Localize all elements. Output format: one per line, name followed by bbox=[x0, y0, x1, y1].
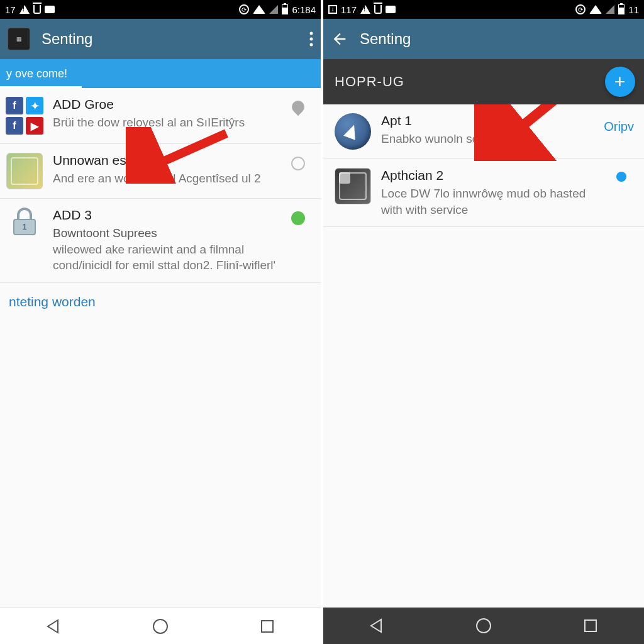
status-time: 11 bbox=[628, 4, 639, 15]
status-bar: 17 ⟳ 6:184 bbox=[0, 0, 321, 19]
row-subtitle: And ere an workohe fol Acgentîsed ul 2 bbox=[53, 170, 277, 187]
svg-rect-12 bbox=[585, 620, 596, 631]
app-list: Apt 1 Enabko wunoln sources Oripv Apthci… bbox=[323, 104, 644, 608]
toggle-on-icon[interactable] bbox=[291, 211, 305, 225]
facebook-icon: f bbox=[6, 97, 23, 114]
svg-point-1 bbox=[310, 38, 313, 41]
row-title: Apthcian 2 bbox=[381, 168, 600, 183]
wifi-icon bbox=[589, 5, 602, 14]
pin-icon bbox=[289, 98, 307, 116]
row-marker bbox=[286, 97, 311, 135]
signal-icon bbox=[269, 5, 278, 14]
plus-icon: + bbox=[614, 71, 626, 92]
action-bar: ▦ Senting bbox=[0, 19, 321, 59]
svg-point-11 bbox=[477, 619, 491, 633]
action-bar: Senting bbox=[323, 19, 644, 59]
back-arrow-icon[interactable] bbox=[331, 30, 348, 48]
nav-recent-button[interactable] bbox=[257, 616, 278, 637]
setting-row-add-groe[interactable]: f ✦ f ▶ ADD Groe Brüі the dow reloyesl a… bbox=[0, 88, 321, 144]
row-subtitle: Enabko wunoln sources bbox=[381, 131, 595, 147]
svg-marker-10 bbox=[371, 619, 381, 632]
tab-ribbon[interactable]: y ovе come! bbox=[0, 59, 321, 88]
app-thumbnail-icon bbox=[6, 153, 43, 189]
row-title: Apt 1 bbox=[381, 113, 595, 128]
nav-back-button[interactable] bbox=[366, 615, 387, 636]
compass-icon bbox=[335, 113, 371, 150]
app-row-apt-1[interactable]: Apt 1 Enabko wunoln sources Oripv bbox=[323, 104, 644, 159]
status-left-number: 117 bbox=[341, 4, 357, 15]
nav-recent-button[interactable] bbox=[580, 615, 601, 636]
status-dot-icon bbox=[616, 172, 626, 182]
youtube-icon: ▶ bbox=[26, 117, 43, 135]
warning-icon bbox=[360, 5, 370, 14]
beaker-icon bbox=[33, 5, 41, 14]
phone-left: 17 ⟳ 6:184 ▦ Senting y ovе come! bbox=[0, 0, 321, 644]
row-title: ADD Groe bbox=[53, 97, 277, 112]
chat-icon bbox=[45, 6, 55, 13]
link-text: nteting worden bbox=[9, 294, 96, 309]
row-title: Unnowan esto bbox=[53, 153, 277, 168]
signal-icon bbox=[606, 5, 614, 14]
chat-icon bbox=[386, 6, 396, 13]
row-subtitle: Bowntoont Suprees bbox=[53, 225, 277, 242]
lock-icon: 1 bbox=[11, 208, 38, 235]
page-title: Senting bbox=[360, 30, 411, 48]
setting-row-unknown-sources[interactable]: Unnowan esto And ere an workohe fol Acge… bbox=[0, 144, 321, 199]
nav-bar bbox=[323, 608, 644, 644]
row-subtitle: Brüі the dow reloyesl al an SıIEritŷrs bbox=[53, 114, 277, 131]
row-subtitle: Loce DW 7lo innwrôwę mud ob hasted with … bbox=[381, 186, 600, 218]
nav-bar bbox=[0, 608, 321, 644]
phone-right: ↓ 117 ⟳ 11 Senting HOPR-UG + bbox=[321, 0, 644, 644]
svg-marker-5 bbox=[48, 620, 58, 633]
settings-list: f ✦ f ▶ ADD Groe Brüі the dow reloyesl a… bbox=[0, 88, 321, 608]
facebook-icon: f bbox=[6, 117, 23, 135]
setting-row-add-3[interactable]: 1 ADD 3 Bowntoont Suprees wileowed ake r… bbox=[0, 199, 321, 283]
social-icons-cluster: f ✦ f ▶ bbox=[5, 97, 44, 135]
status-time: 6:184 bbox=[292, 4, 316, 15]
status-bar: ↓ 117 ⟳ 11 bbox=[323, 0, 644, 19]
section-header: HOPR-UG + bbox=[323, 59, 644, 104]
svg-rect-7 bbox=[262, 621, 273, 632]
nav-home-button[interactable] bbox=[150, 616, 171, 637]
app-thumbnail-icon bbox=[335, 168, 371, 204]
nav-back-button[interactable] bbox=[43, 616, 64, 637]
svg-point-2 bbox=[310, 43, 313, 47]
warning-icon bbox=[19, 5, 30, 14]
fab-add-button[interactable]: + bbox=[605, 67, 635, 97]
app-row-apthcian-2[interactable]: Apthcian 2 Loce DW 7lo innwrôwę mud ob h… bbox=[323, 159, 644, 227]
svg-point-0 bbox=[310, 32, 313, 35]
battery-icon bbox=[618, 4, 625, 14]
row-description: wileowed ake rarіewint and a filmnal con… bbox=[53, 242, 277, 274]
status-left-number: 17 bbox=[5, 4, 16, 15]
link-row[interactable]: nteting worden bbox=[0, 283, 321, 321]
toggle-off-icon[interactable] bbox=[291, 157, 305, 170]
section-header-text: HOPR-UG bbox=[335, 74, 404, 90]
beaker-icon bbox=[374, 5, 382, 14]
row-action-link[interactable]: Oripv bbox=[604, 117, 634, 134]
battery-icon bbox=[282, 4, 288, 14]
app-icon: ▦ bbox=[8, 28, 30, 50]
sync-icon: ⟳ bbox=[239, 4, 249, 14]
page-title: Senting bbox=[42, 30, 92, 48]
sync-icon: ⟳ bbox=[575, 4, 586, 14]
ribbon-text: y ovе come! bbox=[6, 67, 67, 80]
svg-point-6 bbox=[153, 619, 167, 633]
nav-home-button[interactable] bbox=[473, 615, 494, 636]
overflow-menu-icon[interactable] bbox=[309, 31, 313, 47]
wifi-icon bbox=[253, 5, 265, 14]
row-title: ADD 3 bbox=[53, 208, 277, 223]
download-icon: ↓ bbox=[328, 5, 337, 14]
twitter-icon: ✦ bbox=[26, 97, 43, 114]
